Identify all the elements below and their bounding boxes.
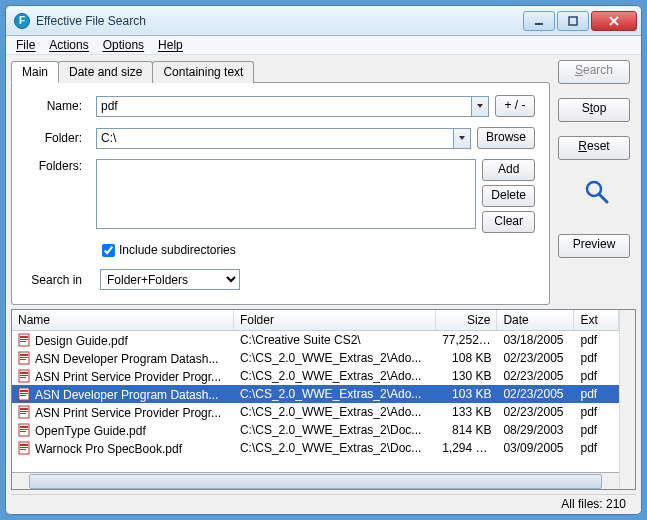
stop-button[interactable]: Stop	[558, 98, 630, 122]
svg-rect-21	[20, 395, 26, 396]
svg-rect-31	[20, 444, 28, 446]
svg-rect-23	[20, 408, 28, 410]
chevron-down-icon[interactable]	[471, 96, 489, 117]
include-subdirectories-checkbox[interactable]	[102, 244, 115, 257]
svg-rect-24	[20, 411, 28, 412]
table-row[interactable]: ASN Developer Program Datash...C:\CS_2.0…	[12, 349, 619, 367]
svg-rect-25	[20, 413, 26, 414]
clear-button[interactable]: Clear	[482, 211, 535, 233]
tab-containing-text[interactable]: Containing text	[152, 61, 254, 83]
include-subdirectories-label: Include subdirectories	[119, 243, 236, 257]
results-body[interactable]: Design Guide.pdfC:\Creative Suite CS2\77…	[12, 331, 619, 472]
svg-rect-13	[20, 359, 26, 360]
svg-rect-17	[20, 377, 26, 378]
table-row[interactable]: ASN Developer Program Datash...C:\CS_2.0…	[12, 385, 619, 403]
svg-rect-9	[20, 341, 26, 342]
horizontal-scrollbar[interactable]	[12, 472, 619, 489]
menu-file[interactable]: File	[16, 38, 35, 52]
svg-rect-15	[20, 372, 28, 374]
svg-rect-16	[20, 375, 28, 376]
svg-rect-32	[20, 447, 28, 448]
col-ext[interactable]: Ext	[574, 310, 619, 330]
name-combo[interactable]	[96, 96, 489, 117]
col-folder[interactable]: Folder	[234, 310, 436, 330]
folder-input[interactable]	[96, 128, 453, 149]
svg-rect-11	[20, 354, 28, 356]
status-bar: All files: 210	[11, 494, 636, 514]
menubar: File Actions Options Help	[6, 36, 641, 55]
table-row[interactable]: Design Guide.pdfC:\Creative Suite CS2\77…	[12, 331, 619, 349]
tab-body-main: Name: + / - Folder: Browse	[11, 82, 550, 305]
svg-rect-28	[20, 429, 28, 430]
search-button[interactable]: Search	[558, 60, 630, 84]
name-input[interactable]	[96, 96, 471, 117]
app-icon: F	[14, 13, 30, 29]
col-date[interactable]: Date	[497, 310, 574, 330]
folder-combo[interactable]	[96, 128, 471, 149]
svg-rect-7	[20, 336, 28, 338]
svg-rect-20	[20, 393, 28, 394]
svg-rect-33	[20, 449, 26, 450]
name-label: Name:	[26, 99, 90, 113]
window-title: Effective File Search	[36, 14, 523, 28]
app-window: F Effective File Search File Actions Opt…	[5, 5, 642, 515]
table-row[interactable]: ASN Print Service Provider Progr...C:\CS…	[12, 367, 619, 385]
folder-label: Folder:	[26, 131, 90, 145]
svg-rect-29	[20, 431, 26, 432]
plus-minus-button[interactable]: + / -	[495, 95, 535, 117]
tab-date-and-size[interactable]: Date and size	[58, 61, 153, 83]
reset-button[interactable]: Reset	[558, 136, 630, 160]
col-name[interactable]: Name	[12, 310, 234, 330]
menu-options[interactable]: Options	[103, 38, 144, 52]
results-pane: Name Folder Size Date Ext Design Guide.p…	[11, 309, 636, 490]
svg-rect-8	[20, 339, 28, 340]
close-button[interactable]	[591, 11, 637, 31]
folders-label: Folders:	[26, 159, 90, 173]
browse-button[interactable]: Browse	[477, 127, 535, 149]
searchin-select[interactable]: Folder+Folders	[100, 269, 240, 290]
magnifier-icon	[583, 178, 611, 206]
tab-main[interactable]: Main	[11, 61, 59, 83]
add-button[interactable]: Add	[482, 159, 535, 181]
results-header: Name Folder Size Date Ext	[12, 310, 619, 331]
svg-rect-12	[20, 357, 28, 358]
table-row[interactable]: ASN Print Service Provider Progr...C:\CS…	[12, 403, 619, 421]
searchin-label: Search in	[26, 273, 90, 287]
minimize-button[interactable]	[523, 11, 555, 31]
svg-rect-19	[20, 390, 28, 392]
vertical-scrollbar[interactable]	[619, 310, 635, 489]
svg-line-5	[599, 194, 607, 202]
delete-button[interactable]: Delete	[482, 185, 535, 207]
col-size[interactable]: Size	[436, 310, 497, 330]
titlebar[interactable]: F Effective File Search	[6, 6, 641, 36]
menu-actions[interactable]: Actions	[49, 38, 88, 52]
tab-strip: Main Date and size Containing text	[11, 61, 550, 83]
svg-rect-27	[20, 426, 28, 428]
maximize-button[interactable]	[557, 11, 589, 31]
folders-list[interactable]	[96, 159, 476, 229]
table-row[interactable]: OpenType Guide.pdfC:\CS_2.0_WWE_Extras_2…	[12, 421, 619, 439]
svg-rect-1	[569, 17, 577, 25]
table-row[interactable]: Warnock Pro SpecBook.pdfC:\CS_2.0_WWE_Ex…	[12, 439, 619, 457]
preview-button[interactable]: Preview	[558, 234, 630, 258]
chevron-down-icon[interactable]	[453, 128, 471, 149]
menu-help[interactable]: Help	[158, 38, 183, 52]
